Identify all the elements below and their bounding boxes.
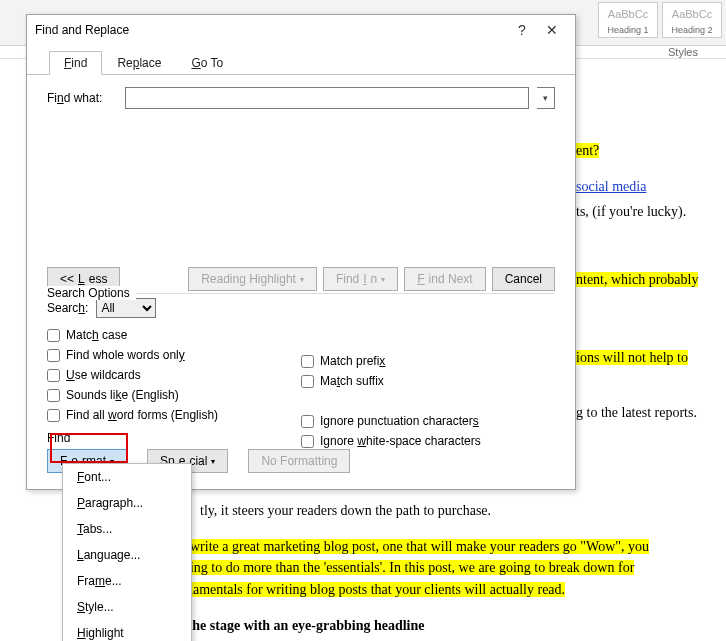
check-word-forms[interactable]: Find all word forms (English) <box>47 408 301 422</box>
check-sounds-like[interactable]: Sounds like (English) <box>47 388 301 402</box>
menu-frame[interactable]: Frame... <box>63 568 191 594</box>
search-options-label: Search Options <box>47 286 136 300</box>
menu-font[interactable]: Font... <box>63 464 191 490</box>
dialog-title: Find and Replace <box>35 23 507 37</box>
dialog-body: Find what: ▾ << Less Reading Highlight ▾… <box>27 75 575 489</box>
menu-language[interactable]: Language... <box>63 542 191 568</box>
styles-gallery: AaBbCc Heading 1 AaBbCc Heading 2 <box>594 0 726 38</box>
menu-style[interactable]: Style... <box>63 594 191 620</box>
close-button[interactable]: ✕ <box>537 22 567 38</box>
find-what-dropdown[interactable]: ▾ <box>537 87 555 109</box>
no-formatting-button[interactable]: No Formatting <box>248 449 350 473</box>
dialog-tabs: Find Replace Go To <box>27 45 575 75</box>
search-options: Search Options Search: All Match case Fi… <box>47 293 555 448</box>
check-match-suffix[interactable]: Match suffix <box>301 374 555 388</box>
find-what-label: Find what: <box>47 91 117 105</box>
hyperlink[interactable]: social media <box>576 179 646 194</box>
check-wildcards[interactable]: Use wildcards <box>47 368 301 382</box>
menu-tabs[interactable]: Tabs... <box>63 516 191 542</box>
menu-paragraph[interactable]: Paragraph... <box>63 490 191 516</box>
style-heading2[interactable]: AaBbCc Heading 2 <box>662 2 722 38</box>
find-next-button[interactable]: Find Next <box>404 267 485 291</box>
find-in-button[interactable]: Find In ▾ <box>323 267 398 291</box>
find-replace-dialog: Find and Replace ? ✕ Find Replace Go To … <box>26 14 576 490</box>
tab-goto[interactable]: Go To <box>176 51 238 74</box>
check-match-prefix[interactable]: Match prefix <box>301 354 555 368</box>
search-direction-select[interactable]: All <box>96 298 156 318</box>
style-heading1[interactable]: AaBbCc Heading 1 <box>598 2 658 38</box>
reading-highlight-button[interactable]: Reading Highlight ▾ <box>188 267 317 291</box>
check-ignore-punct[interactable]: Ignore punctuation characters <box>301 414 555 428</box>
check-match-case[interactable]: Match case <box>47 328 301 342</box>
format-dropdown-menu: Font... Paragraph... Tabs... Language...… <box>62 463 192 641</box>
tab-find[interactable]: Find <box>49 51 102 75</box>
find-what-input[interactable] <box>125 87 529 109</box>
find-section-label: Find <box>47 431 350 445</box>
styles-group-label: Styles <box>668 46 698 58</box>
tab-replace[interactable]: Replace <box>102 51 176 74</box>
dialog-titlebar: Find and Replace ? ✕ <box>27 15 575 45</box>
search-direction-label: Search: <box>47 301 88 315</box>
check-whole-words[interactable]: Find whole words only <box>47 348 301 362</box>
help-button[interactable]: ? <box>507 22 537 38</box>
menu-highlight[interactable]: Highlight <box>63 620 191 641</box>
cancel-button[interactable]: Cancel <box>492 267 555 291</box>
